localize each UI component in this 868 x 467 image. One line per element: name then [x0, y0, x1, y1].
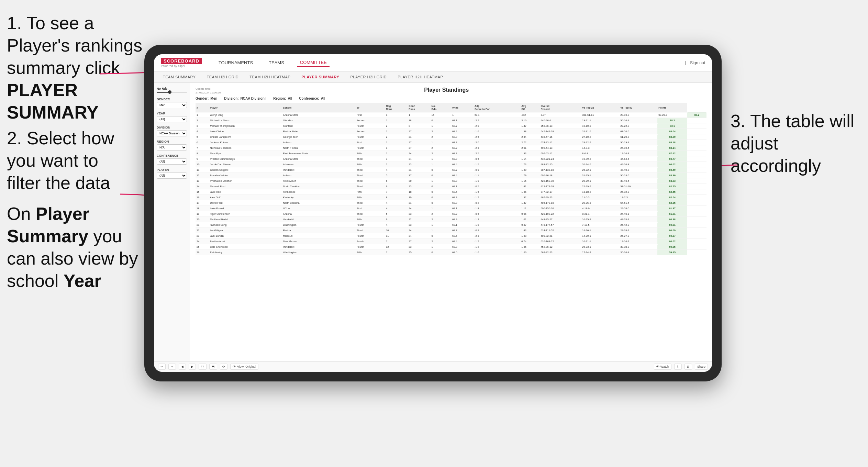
- gender-select[interactable]: Men: [157, 102, 187, 108]
- table-cell: 28-12-7: [581, 140, 619, 145]
- table-cell: Florida: [282, 228, 355, 233]
- table-cell: 24-10-4: [619, 145, 657, 151]
- table-cell: 20-25-3: [581, 200, 619, 206]
- division-select[interactable]: NCAA Division I: [157, 130, 187, 136]
- table-cell: 1: [385, 129, 408, 134]
- table-cell: -1.8: [474, 222, 520, 228]
- table-cell: 23: [408, 244, 430, 250]
- table-cell: 440-26-6: [539, 118, 581, 123]
- table-cell: 57-23-0: [657, 112, 687, 118]
- table-cell: 1: [385, 151, 408, 156]
- col-adj-score: Adj.Score to Par: [474, 103, 520, 112]
- table-cell: 562-82-23: [539, 250, 581, 255]
- sub-nav-player-h2h-heatmap[interactable]: PLAYER H2H HEATMAP: [396, 74, 445, 80]
- toolbar-undo[interactable]: ↩: [158, 364, 166, 370]
- table-cell: Fifth: [356, 162, 385, 167]
- toolbar-prev[interactable]: ◀: [179, 364, 186, 370]
- nav-item-tournaments[interactable]: TOURNAMENTS: [216, 59, 256, 67]
- table-cell: 67.1: [451, 118, 474, 123]
- sub-nav-team-h2h-heatmap[interactable]: TEAM H2H HEATMAP: [247, 74, 292, 80]
- content-header: Update time: 27/03/2024 16:56:26 Player …: [196, 87, 706, 94]
- tablet-screen: SCOREBOARD Powered by clippi TOURNAMENTS…: [154, 54, 712, 372]
- table-cell: 1: [431, 222, 452, 228]
- year-select[interactable]: (All): [157, 116, 187, 122]
- sub-nav-team-summary[interactable]: TEAM SUMMARY: [161, 74, 198, 80]
- table-cell: Ian Gilligan: [209, 228, 282, 233]
- table-cell: 15: [431, 112, 452, 118]
- instruction-bottom: On Player Summary you can also view by s…: [7, 203, 141, 292]
- data-table: # Player School Yr RegRank ConfRank No.R…: [196, 103, 706, 357]
- table-cell: 29-38-2: [619, 228, 657, 233]
- table-cell: 63.96: [657, 173, 687, 178]
- table-cell: Petr Hruby: [209, 250, 282, 255]
- table-cell: 11: [385, 233, 408, 239]
- table-cell: 60.27: [657, 233, 687, 239]
- sidebar-conference: Conference (All): [157, 154, 187, 165]
- toolbar-share[interactable]: Share: [695, 364, 708, 370]
- nav-item-teams[interactable]: TEAMS: [266, 59, 287, 67]
- sub-nav-player-summary[interactable]: PLAYER SUMMARY: [299, 74, 341, 80]
- table-cell: 24-45-1: [619, 211, 657, 217]
- toolbar-redo[interactable]: ↪: [168, 364, 176, 370]
- toolbar-paste[interactable]: ⬒: [209, 364, 217, 370]
- table-cell: 1: [451, 112, 474, 118]
- toolbar-view[interactable]: 👁 View: Original: [230, 364, 258, 370]
- page-title: Player Standings: [221, 87, 672, 93]
- table-cell: -1.5: [474, 189, 520, 195]
- table-cell: Fourth: [356, 222, 385, 228]
- table-cell: 25: [196, 244, 209, 250]
- toolbar-refresh[interactable]: ⟳: [220, 364, 227, 370]
- table-cell: 3: [385, 156, 408, 162]
- table-cell: Fourth: [356, 145, 385, 151]
- table-cell: 19-11-1: [581, 118, 619, 123]
- sidebar: No Rds. Gender Men Year (All): [154, 83, 190, 361]
- table-cell: 0: [431, 118, 452, 123]
- col-school: School: [282, 103, 355, 112]
- toolbar-watch[interactable]: 👁 Watch: [654, 364, 671, 370]
- toolbar-copy[interactable]: ⬚: [199, 364, 207, 370]
- toolbar-download[interactable]: ⬇: [674, 364, 682, 370]
- table-cell: 2: [431, 134, 452, 140]
- table-cell: 20: [196, 217, 209, 222]
- table-cell: First: [356, 206, 385, 211]
- filter-division: Division: NCAA Division I: [224, 97, 266, 100]
- table-cell: Maxwell Ford: [209, 184, 282, 189]
- sub-nav-player-h2h-grid[interactable]: PLAYER H2H GRID: [348, 74, 389, 80]
- table-row: 15Jake HallTennesseeFifth718068.5-1.51.6…: [196, 189, 706, 195]
- table-cell: Ole Miss: [282, 118, 355, 123]
- filter-gender: Gender: Men: [196, 97, 217, 100]
- player-select[interactable]: (All): [157, 173, 187, 179]
- table-cell: 2.34: [520, 134, 539, 140]
- table-cell: 8-6-1: [581, 151, 619, 156]
- col-conf-rank: ConfRank: [408, 103, 430, 112]
- toolbar-next[interactable]: ▶: [189, 364, 196, 370]
- table-cell: 68.89: [657, 134, 687, 140]
- table-cell: 14-26-1: [581, 228, 619, 233]
- table-cell: 1.66: [520, 189, 539, 195]
- table-cell: 8: [385, 195, 408, 200]
- table-cell: 377-82-17: [539, 189, 581, 195]
- table-cell: Auburn: [282, 173, 355, 178]
- table-cell: 387-133-16: [539, 167, 581, 173]
- content-area: Update time: 27/03/2024 16:56:26 Player …: [190, 83, 712, 361]
- sidebar-year: Year (All): [157, 112, 187, 122]
- table-cell: 19-39-2: [581, 156, 619, 162]
- sub-nav-team-h2h-grid[interactable]: TEAM H2H GRID: [205, 74, 241, 80]
- region-select[interactable]: N/A: [157, 144, 187, 151]
- watch-icon: 👁: [656, 365, 659, 368]
- table-cell: -1.1: [474, 173, 520, 178]
- table-cell: 0: [431, 195, 452, 200]
- table-cell: -1.0: [474, 178, 520, 184]
- table-cell: 21: [408, 134, 430, 140]
- table-cell: 61.81: [657, 211, 687, 217]
- table-cell: 69.0: [451, 200, 474, 206]
- col-yr: Yr: [356, 103, 385, 112]
- table-cell: Michael Le Sasso: [209, 118, 282, 123]
- table-cell: 35-26-4: [619, 250, 657, 255]
- toolbar-grid[interactable]: ⊞: [685, 364, 692, 370]
- sign-out-link[interactable]: Sign out: [690, 60, 705, 65]
- conference-select[interactable]: (All): [157, 158, 187, 165]
- no-rds-slider[interactable]: [157, 92, 187, 93]
- nav-item-committee[interactable]: COMMITTEE: [297, 58, 330, 67]
- table-cell: 44-64-6: [619, 156, 657, 162]
